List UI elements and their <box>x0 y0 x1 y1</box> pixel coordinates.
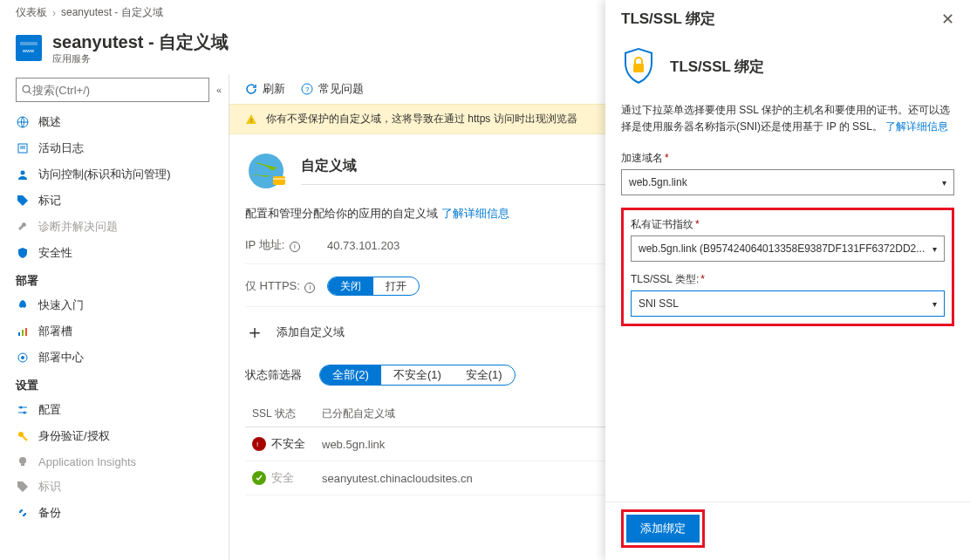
svg-rect-10 <box>18 332 20 336</box>
info-icon[interactable]: i <box>290 242 300 252</box>
refresh-icon <box>245 83 257 95</box>
hostname-select[interactable]: web.5gn.link ▾ <box>621 169 954 195</box>
collapse-sidebar-icon[interactable]: « <box>216 85 222 95</box>
hostname-label: 加速域名* <box>621 151 954 166</box>
globe-illustration-icon <box>245 150 287 192</box>
tag-icon <box>16 194 30 208</box>
tls-ssl-binding-panel: TLS/SSL 绑定 ✕ TLS/SSL 绑定 通过下拉菜单选择要使用 SSL … <box>605 0 970 560</box>
info-icon[interactable]: i <box>304 283 315 293</box>
learn-more-link[interactable]: 了解详细信息 <box>441 207 509 220</box>
bulb-icon <box>16 454 30 468</box>
search-input[interactable] <box>32 84 203 97</box>
chevron-down-icon: ▾ <box>932 244 937 254</box>
svg-rect-22 <box>21 464 24 466</box>
svg-line-20 <box>23 436 27 440</box>
thumbprint-select[interactable]: web.5gn.link (B957424064013358E9387DF131… <box>631 236 945 262</box>
page-subtitle: 应用服务 <box>52 52 229 65</box>
key-icon <box>16 429 30 443</box>
nav-access-control[interactable]: 访问控制(标识和访问管理) <box>0 161 229 188</box>
svg-rect-1 <box>20 42 38 45</box>
svg-point-18 <box>24 412 26 414</box>
chevron-down-icon: ▾ <box>932 299 937 309</box>
highlight-annotation: 私有证书指纹* web.5gn.link (B957424064013358E9… <box>621 208 954 326</box>
panel-description: 通过下拉菜单选择要使用 SSL 保护的主机名和要使用的证书。还可以选择是使用服务… <box>621 102 954 135</box>
ip-value: 40.73.101.203 <box>327 239 502 252</box>
nav-group-deploy: 部署 <box>0 266 229 292</box>
nav-backup[interactable]: 备份 <box>0 500 229 526</box>
nav-identity[interactable]: 标识 <box>0 474 229 500</box>
svg-text:www: www <box>22 48 35 53</box>
svg-point-21 <box>19 457 26 464</box>
svg-point-14 <box>21 356 24 359</box>
svg-rect-11 <box>22 330 24 336</box>
nav-quickstart[interactable]: 快速入门 <box>0 292 229 318</box>
sliders-icon <box>16 403 30 417</box>
nav-app-insights[interactable]: Application Insights <box>0 449 229 474</box>
chevron-down-icon: ▾ <box>942 178 946 188</box>
nav-security[interactable]: 安全性 <box>0 240 229 266</box>
insecure-badge-icon: ! <box>252 437 266 451</box>
breadcrumb-root[interactable]: 仪表板 <box>16 5 47 20</box>
link-icon <box>16 506 30 520</box>
nav-diagnose[interactable]: 诊断并解决问题 <box>0 214 229 240</box>
filter-all[interactable]: 全部(2) <box>320 365 381 385</box>
filter-secure[interactable]: 安全(1) <box>454 365 515 385</box>
https-toggle[interactable]: 关闭 打开 <box>327 277 420 296</box>
close-icon[interactable]: ✕ <box>941 10 954 29</box>
deploy-icon <box>16 351 30 365</box>
tag-icon <box>16 480 30 494</box>
svg-point-3 <box>23 85 30 92</box>
panel-learn-more-link[interactable]: 了解详细信息 <box>885 120 948 133</box>
shield-icon <box>16 246 30 260</box>
ssl-type-select[interactable]: SNI SSL ▾ <box>631 290 945 317</box>
panel-title: TLS/SSL 绑定 <box>621 9 715 29</box>
toggle-on[interactable]: 打开 <box>373 277 419 295</box>
plus-icon: ＋ <box>245 319 264 345</box>
faq-button[interactable]: ? 常见问题 <box>301 81 364 97</box>
filter-label: 状态筛选器 <box>245 367 302 383</box>
nav-auth[interactable]: 身份验证/授权 <box>0 423 229 449</box>
svg-point-9 <box>21 171 25 175</box>
highlight-annotation: 添加绑定 <box>621 509 705 548</box>
svg-text:!: ! <box>256 440 258 447</box>
slots-icon <box>16 324 30 338</box>
nav-slots[interactable]: 部署槽 <box>0 318 229 345</box>
add-binding-button[interactable]: 添加绑定 <box>626 515 700 543</box>
shield-lock-icon <box>621 46 656 86</box>
svg-line-4 <box>29 92 31 94</box>
nav-deploy-center[interactable]: 部署中心 <box>0 345 229 371</box>
app-service-icon: www <box>16 35 42 61</box>
sidebar: « 概述 活动日志 访问控制(标识和访问管理) 标记 诊断并解决问题 安全性 部… <box>0 74 229 560</box>
question-icon: ? <box>301 83 313 95</box>
status-filter-pills: 全部(2) 不安全(1) 安全(1) <box>319 365 516 386</box>
breadcrumb-leaf: seanyutest - 自定义域 <box>61 5 163 20</box>
nav-config[interactable]: 配置 <box>0 397 229 423</box>
nav-group-settings: 设置 <box>0 371 229 397</box>
toggle-off[interactable]: 关闭 <box>328 277 373 295</box>
nav-activity-log[interactable]: 活动日志 <box>0 135 229 161</box>
chevron-right-icon: › <box>52 7 56 19</box>
svg-text:!: ! <box>250 117 252 125</box>
refresh-button[interactable]: 刷新 <box>245 81 285 97</box>
person-icon <box>16 167 30 181</box>
nav-tags[interactable]: 标记 <box>0 188 229 214</box>
secure-badge-icon <box>252 471 266 485</box>
nav-overview[interactable]: 概述 <box>0 109 229 135</box>
type-label: TLS/SSL 类型:* <box>631 272 945 287</box>
warning-icon: ! <box>245 113 257 126</box>
search-icon <box>22 85 32 95</box>
svg-rect-30 <box>633 64 644 72</box>
wrench-icon <box>16 220 30 234</box>
thumb-label: 私有证书指纹* <box>631 217 945 232</box>
svg-point-17 <box>20 406 23 409</box>
svg-text:?: ? <box>305 85 310 93</box>
page-title: seanyutest - 自定义域 <box>52 31 229 54</box>
panel-inner-title: TLS/SSL 绑定 <box>670 57 764 77</box>
svg-rect-27 <box>273 176 285 185</box>
warning-text: 你有不受保护的自定义域，这将导致在通过 https 访问时出现浏览器 <box>266 112 577 126</box>
globe-icon <box>16 115 30 129</box>
search-input-wrapper[interactable] <box>16 78 209 102</box>
rocket-icon <box>16 298 30 312</box>
log-icon <box>16 141 30 155</box>
filter-insecure[interactable]: 不安全(1) <box>381 365 454 385</box>
